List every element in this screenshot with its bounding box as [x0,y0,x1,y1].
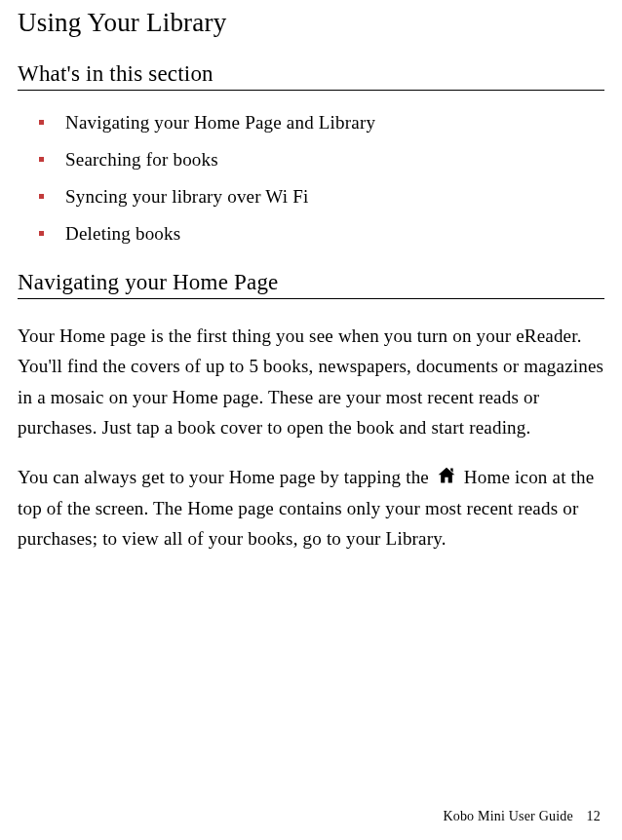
toc-item-label: Syncing your library over Wi Fi [65,186,308,208]
toc-item: Syncing your library over Wi Fi [39,186,604,208]
home-icon [436,466,457,485]
toc-item-label: Searching for books [65,149,218,171]
toc-item: Deleting books [39,223,604,245]
footer-page-number: 12 [587,809,601,823]
footer-guide-name: Kobo Mini User Guide [443,809,573,823]
body-paragraph: You can always get to your Home page by … [18,462,604,554]
body-text: You can always get to your Home page by … [18,467,434,487]
page-title: Using Your Library [18,8,604,38]
section-heading-whats-in: What's in this section [18,61,604,91]
toc-item-label: Navigating your Home Page and Library [65,112,375,134]
bullet-icon [39,120,44,125]
page-footer: Kobo Mini User Guide 12 [443,809,601,824]
bullet-icon [39,157,44,162]
toc-item-label: Deleting books [65,223,180,245]
toc-list: Navigating your Home Page and Library Se… [18,112,604,245]
bullet-icon [39,194,44,199]
toc-item: Searching for books [39,149,604,171]
bullet-icon [39,231,44,236]
section-heading-navigating: Navigating your Home Page [18,270,604,299]
toc-item: Navigating your Home Page and Library [39,112,604,134]
body-paragraph: Your Home page is the first thing you se… [18,321,604,442]
